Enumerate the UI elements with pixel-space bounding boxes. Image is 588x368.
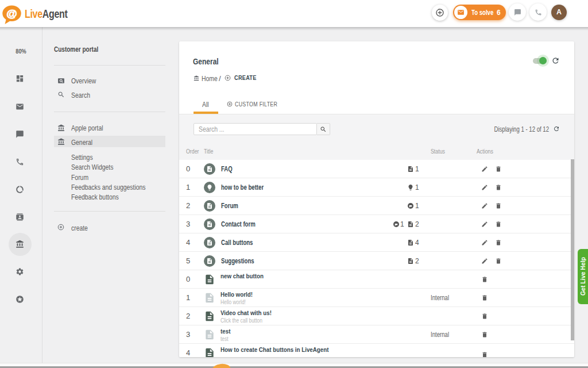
svg-text:@: @ (6, 7, 17, 20)
